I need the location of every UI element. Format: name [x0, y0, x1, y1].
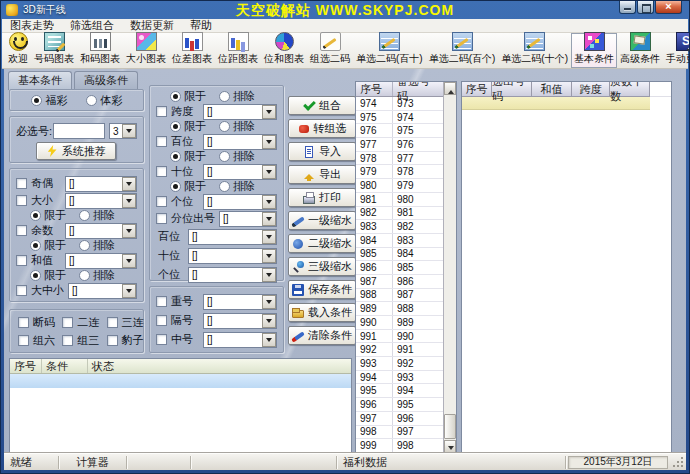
- radio-icon[interactable]: [86, 95, 97, 106]
- condition-select[interactable]: []: [219, 211, 277, 227]
- condition-select[interactable]: []: [203, 164, 277, 180]
- candidate-row[interactable]: 980 979: [356, 179, 443, 193]
- condition-select[interactable]: []: [65, 253, 137, 269]
- position-select[interactable]: []: [188, 267, 277, 283]
- checkbox-icon[interactable]: [156, 296, 167, 307]
- candidate-row[interactable]: 975 974: [356, 111, 443, 125]
- candidate-row[interactable]: 997 996: [356, 412, 443, 426]
- candidate-row[interactable]: 990 989: [356, 316, 443, 330]
- toolbar-button[interactable]: 号码图表: [31, 33, 77, 68]
- radio-icon[interactable]: [219, 151, 230, 162]
- toolbar-button[interactable]: 大小图表: [123, 33, 169, 68]
- candidate-row[interactable]: 998 997: [356, 426, 443, 440]
- checkbox-icon[interactable]: [62, 335, 73, 346]
- candidate-row[interactable]: 981 980: [356, 193, 443, 207]
- dropdown-arrow-icon[interactable]: [262, 333, 276, 347]
- checkbox-icon[interactable]: [156, 166, 167, 177]
- candidate-row[interactable]: 999 998: [356, 439, 443, 453]
- action-button[interactable]: 转组选: [288, 119, 356, 138]
- scrollbar-thumb[interactable]: [444, 414, 456, 439]
- checkbox-icon[interactable]: [156, 213, 167, 224]
- menu-item[interactable]: 筛选组合: [62, 18, 122, 33]
- dropdown-arrow-icon[interactable]: [262, 230, 276, 244]
- position-select[interactable]: []: [188, 229, 277, 245]
- radio-icon[interactable]: [170, 121, 181, 132]
- flag-option[interactable]: 豹子: [99, 331, 143, 349]
- required-number-input[interactable]: [53, 123, 105, 139]
- checkbox-icon[interactable]: [107, 335, 118, 346]
- dropdown-arrow-icon[interactable]: [122, 177, 136, 191]
- candidate-row[interactable]: 982 981: [356, 207, 443, 221]
- condition-select[interactable]: []: [203, 104, 277, 120]
- action-button[interactable]: 保存条件: [288, 280, 356, 299]
- checkbox-icon[interactable]: [156, 315, 167, 326]
- checkbox-icon[interactable]: [156, 106, 167, 117]
- flag-option[interactable]: 二连: [54, 313, 98, 331]
- radio-icon[interactable]: [170, 151, 181, 162]
- checkbox-icon[interactable]: [18, 335, 29, 346]
- menu-item[interactable]: 图表走势: [2, 18, 62, 33]
- candidate-row[interactable]: 987 986: [356, 275, 443, 289]
- checkbox-icon[interactable]: [16, 178, 27, 189]
- candidate-row[interactable]: 988 987: [356, 289, 443, 303]
- dropdown-arrow-icon[interactable]: [262, 314, 276, 328]
- candidate-row[interactable]: 974 973: [356, 97, 443, 111]
- dropdown-arrow-icon[interactable]: [262, 135, 276, 149]
- condition-select[interactable]: []: [68, 283, 137, 299]
- candidate-row[interactable]: 989 988: [356, 302, 443, 316]
- dropdown-arrow-icon[interactable]: [262, 195, 276, 209]
- flag-option[interactable]: 断码: [10, 313, 54, 331]
- candidate-row[interactable]: 993 992: [356, 357, 443, 371]
- radio-icon[interactable]: [219, 91, 230, 102]
- close-button[interactable]: [655, 1, 682, 14]
- lottery-radio-option[interactable]: 体彩: [86, 93, 123, 108]
- condition-select[interactable]: []: [203, 194, 277, 210]
- candidate-row[interactable]: 983 982: [356, 220, 443, 234]
- lottery-radio-option[interactable]: 福彩: [31, 93, 68, 108]
- menu-item[interactable]: 数据更新: [122, 18, 182, 33]
- candidate-row[interactable]: 978 977: [356, 152, 443, 166]
- checkbox-icon[interactable]: [16, 195, 27, 206]
- toolbar-button[interactable]: 单选二码(百十): [353, 33, 426, 68]
- dropdown-arrow-icon[interactable]: [122, 284, 136, 298]
- candidate-row[interactable]: 984 983: [356, 234, 443, 248]
- resize-grip[interactable]: [672, 456, 685, 469]
- toolbar-button[interactable]: 单选二码(十个): [498, 33, 571, 68]
- condition-select[interactable]: []: [203, 294, 277, 310]
- candidate-row[interactable]: 994 993: [356, 371, 443, 385]
- condition-select[interactable]: []: [203, 313, 277, 329]
- tab[interactable]: 高级条件: [74, 71, 138, 90]
- toolbar-button[interactable]: 高级条件: [617, 33, 663, 68]
- scroll-down-icon[interactable]: [444, 440, 456, 453]
- condition-select[interactable]: []: [203, 332, 277, 348]
- position-select[interactable]: []: [188, 248, 277, 264]
- radio-icon[interactable]: [31, 95, 42, 106]
- candidate-row[interactable]: 979 978: [356, 165, 443, 179]
- dropdown-arrow-icon[interactable]: [262, 268, 276, 282]
- flag-option[interactable]: 组六: [10, 331, 54, 349]
- condition-select[interactable]: []: [203, 134, 277, 150]
- radio-icon[interactable]: [219, 181, 230, 192]
- minimize-button[interactable]: [619, 1, 636, 14]
- action-button[interactable]: 组合: [288, 96, 356, 115]
- action-button[interactable]: 导出: [288, 165, 356, 184]
- toolbar-button[interactable]: 欢迎: [5, 33, 31, 68]
- toolbar-button[interactable]: 基本条件: [571, 33, 617, 68]
- action-button[interactable]: 打印: [288, 188, 356, 207]
- candidate-scrollbar[interactable]: [443, 82, 456, 453]
- maximize-button[interactable]: [637, 1, 654, 14]
- action-button[interactable]: 载入条件: [288, 303, 356, 322]
- condition-select[interactable]: []: [65, 223, 137, 239]
- toolbar-button[interactable]: 组选二码: [307, 33, 353, 68]
- radio-icon[interactable]: [219, 121, 230, 132]
- candidate-row[interactable]: 991 990: [356, 330, 443, 344]
- condition-select[interactable]: []: [65, 193, 137, 209]
- dropdown-arrow-icon[interactable]: [122, 254, 136, 268]
- candidate-row[interactable]: 985 984: [356, 248, 443, 262]
- checkbox-icon[interactable]: [62, 317, 73, 328]
- dropdown-arrow-icon[interactable]: [122, 194, 136, 208]
- radio-icon[interactable]: [79, 210, 90, 221]
- action-button[interactable]: 三级缩水: [288, 257, 356, 276]
- dropdown-arrow-icon[interactable]: [262, 105, 276, 119]
- dropdown-arrow-icon[interactable]: [262, 295, 276, 309]
